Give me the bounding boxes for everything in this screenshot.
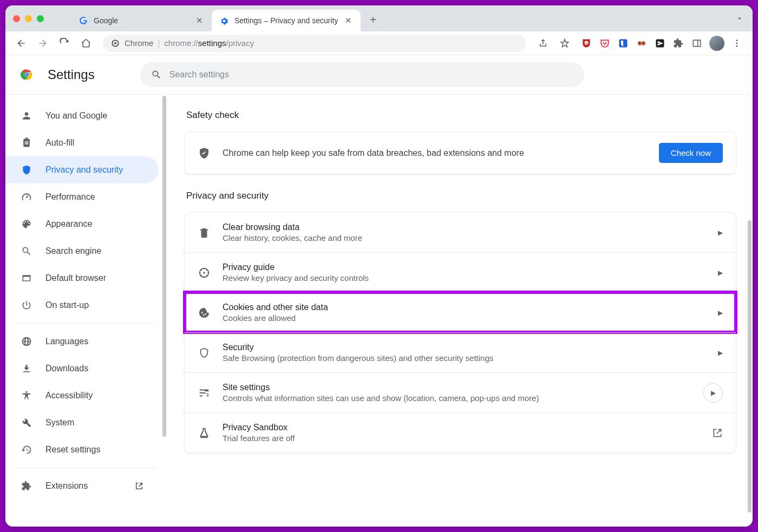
chevron-right-icon: ▶ (718, 309, 723, 317)
sidebar-item-search-engine[interactable]: Search engine (5, 238, 159, 265)
content-scrollbar[interactable] (747, 95, 753, 527)
svg-point-18 (25, 73, 29, 76)
sidebar-item-reset-settings[interactable]: Reset settings (5, 436, 159, 463)
tab-close-icon[interactable]: ✕ (343, 16, 353, 25)
svg-point-9 (639, 42, 641, 44)
sidebar-item-default-browser[interactable]: Default browser (5, 265, 159, 292)
puzzle-icon (21, 480, 32, 492)
restore-icon (21, 444, 32, 456)
svg-point-4 (114, 42, 117, 44)
flask-icon (198, 427, 211, 439)
minimize-window[interactable] (25, 15, 32, 22)
reload-button[interactable] (55, 34, 74, 52)
new-tab-button[interactable]: ＋ (364, 10, 382, 28)
maximize-window[interactable] (37, 15, 44, 22)
forward-button[interactable] (34, 34, 52, 52)
kebab-menu[interactable] (731, 37, 743, 49)
home-button[interactable] (77, 34, 95, 52)
ublock-icon[interactable] (580, 37, 592, 49)
extensions-button[interactable] (672, 37, 684, 49)
sidebar-item-downloads[interactable]: Downloads (5, 355, 159, 382)
tab-strip: Google ✕ Settings – Privacy and security… (71, 10, 382, 31)
palette-icon (21, 218, 32, 230)
tab-title: Google (94, 16, 189, 25)
sidebar-item-label: Search engine (45, 246, 101, 256)
sidebar-item-label: Privacy and security (45, 165, 123, 175)
sidebar-item-label: You and Google (45, 111, 107, 121)
share-button[interactable] (534, 34, 552, 52)
profile-avatar[interactable] (709, 36, 724, 51)
sidebar-item-label: Default browser (45, 273, 106, 283)
settings-search[interactable] (140, 62, 584, 87)
omnibox-label: Chrome (125, 38, 153, 48)
privacy-card: Clear browsing dataClear history, cookie… (184, 212, 736, 453)
bookmark-button[interactable] (556, 34, 574, 52)
address-bar[interactable]: Chrome | chrome://settings/privacy (103, 35, 526, 52)
sidebar-scrollbar[interactable] (161, 95, 167, 527)
search-icon (151, 69, 162, 80)
sidebar-item-label: Auto-fill (45, 138, 74, 148)
tab-settings[interactable]: Settings – Privacy and security ✕ (212, 10, 361, 31)
wrench-icon (21, 417, 32, 429)
chevron-right-icon: ▶ (703, 383, 723, 403)
row-subtitle: Cookies are allowed (223, 313, 706, 323)
privacy-row-site-settings[interactable]: Site settingsControls what information s… (185, 372, 736, 412)
close-window[interactable] (13, 15, 20, 22)
row-title: Clear browsing data (223, 222, 706, 232)
back-button[interactable] (12, 34, 30, 52)
extension-icon-goggles[interactable] (636, 37, 648, 49)
privacy-row-privacy-sandbox[interactable]: Privacy SandboxTrial features are off (185, 412, 736, 452)
shield-icon (21, 164, 32, 176)
pocket-icon[interactable] (599, 37, 611, 49)
side-panel-button[interactable] (691, 37, 703, 49)
sidebar-item-auto-fill[interactable]: Auto-fill (5, 129, 159, 156)
sidebar-item-label: Extensions (45, 481, 88, 491)
sidebar-item-system[interactable]: System (5, 409, 159, 436)
window-icon (21, 272, 32, 284)
sidebar-item-privacy-and-security[interactable]: Privacy and security (5, 156, 159, 183)
row-subtitle: Trial features are off (223, 434, 700, 443)
sidebar-item-performance[interactable]: Performance (5, 183, 159, 211)
privacy-row-clear-browsing-data[interactable]: Clear browsing dataClear history, cookie… (185, 213, 736, 252)
app-title: Settings (48, 67, 95, 82)
privacy-row-privacy-guide[interactable]: Privacy guideReview key privacy and secu… (185, 252, 736, 292)
shield-check-icon (198, 147, 211, 160)
privacy-row-security[interactable]: SecuritySafe Browsing (protection from d… (185, 332, 736, 372)
svg-point-13 (736, 40, 738, 41)
sidebar-item-label: On start-up (45, 300, 89, 310)
tab-google[interactable]: Google ✕ (71, 10, 212, 31)
app-header: Settings (5, 55, 753, 94)
privacy-row-cookies-and-other-site-data[interactable]: Cookies and other site dataCookies are a… (185, 292, 736, 332)
bitwarden-icon[interactable] (617, 37, 629, 49)
gauge-icon (21, 191, 32, 203)
row-title: Cookies and other site data (223, 303, 706, 312)
gear-icon (219, 16, 229, 25)
settings-content: Safety check Chrome can help keep you sa… (168, 95, 753, 527)
tab-overflow-button[interactable] (735, 14, 744, 23)
open-external-icon (712, 428, 723, 438)
settings-search-input[interactable] (169, 70, 573, 80)
check-now-button[interactable]: Check now (659, 143, 723, 163)
cookie-icon (198, 307, 211, 319)
svg-point-15 (736, 45, 738, 47)
svg-rect-12 (693, 40, 700, 47)
sidebar-item-label: Appearance (45, 219, 92, 229)
sidebar-item-on-start-up[interactable]: On start-up (5, 292, 159, 319)
shield-outline-icon (198, 347, 211, 359)
settings-sidebar: You and GoogleAuto-fillPrivacy and secur… (5, 95, 168, 527)
tune-icon (198, 387, 211, 399)
sidebar-item-you-and-google[interactable]: You and Google (5, 102, 159, 129)
sidebar-item-accessibility[interactable]: Accessibility (5, 382, 159, 409)
extension-icon-send[interactable] (654, 37, 666, 49)
download-icon (21, 363, 32, 375)
row-subtitle: Clear history, cookies, cache and more (223, 233, 706, 242)
settings-app: Settings You and GoogleAuto-fillPrivacy … (5, 55, 753, 527)
sidebar-item-appearance[interactable]: Appearance (5, 211, 159, 238)
row-title: Security (223, 343, 706, 352)
privacy-section-title: Privacy and security (186, 191, 736, 201)
globe-icon (21, 336, 32, 347)
google-favicon (79, 16, 88, 25)
sidebar-item-languages[interactable]: Languages (5, 328, 159, 355)
sidebar-item-extensions[interactable]: Extensions (5, 472, 159, 500)
tab-close-icon[interactable]: ✕ (194, 16, 204, 25)
